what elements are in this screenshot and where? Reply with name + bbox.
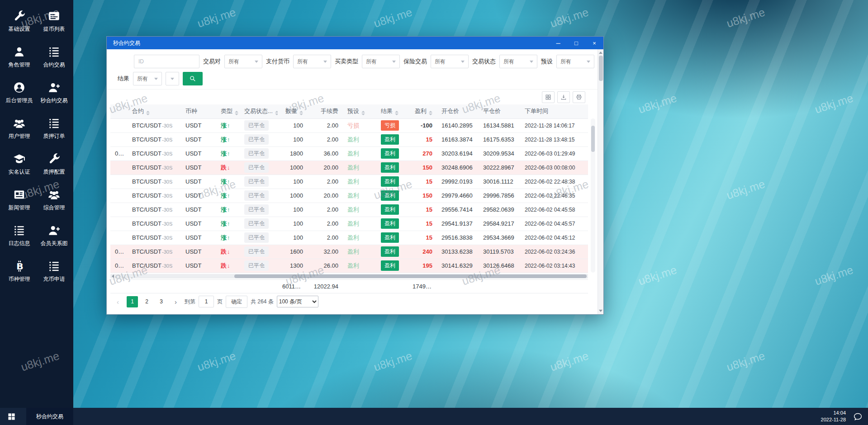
cell-order-time: 2022-11-28 14:06:17 (520, 118, 588, 132)
table-horizontal-scrollbar[interactable] (110, 274, 588, 279)
column-header[interactable]: 结果 (376, 104, 408, 118)
window-title: 秒合约交易 (113, 39, 140, 47)
column-header: 下单时间 (520, 104, 588, 118)
column-header[interactable]: 预设 (343, 104, 376, 118)
sort-icon[interactable] (429, 111, 432, 115)
prev-page-button[interactable]: ‹ (112, 296, 123, 307)
per-page-select[interactable]: 100 条/页 (277, 296, 318, 307)
scrollbar-thumb[interactable] (599, 56, 603, 81)
taskbar-app[interactable]: 秒合约交易 (26, 408, 73, 425)
expand-filters-button[interactable] (166, 72, 179, 85)
close-button[interactable]: × (585, 37, 603, 49)
desktop-shortcut[interactable]: 综合管理 (37, 182, 71, 218)
table-row[interactable]: BTC/USDT-30SUSDT涨↑已平仓100020.00盈利盈利150299… (110, 189, 588, 203)
sort-icon[interactable] (361, 111, 365, 115)
cell-id (110, 161, 128, 175)
cell-type: 涨↑ (216, 203, 240, 217)
cell-result: 盈利 (376, 203, 408, 217)
table-row[interactable]: BTC/USDT-30SUSDT跌↓已平仓100020.00盈利盈利150302… (110, 161, 588, 175)
print-button[interactable] (573, 91, 585, 103)
chat-button[interactable] (853, 412, 863, 421)
column-header[interactable]: 数量 (278, 104, 308, 118)
result-select[interactable]: 所有 (133, 72, 162, 85)
desktop-shortcut[interactable]: 实名认证 (2, 146, 37, 182)
cell-result: 盈利 (376, 259, 408, 273)
table-row[interactable]: BTC/USDT-30SUSDT涨↑已平仓1002.00盈利盈利1529516.… (110, 231, 588, 245)
maximize-button[interactable]: □ (567, 37, 585, 49)
desktop-shortcut[interactable]: 新闻管理 (2, 182, 37, 218)
cell-close-price: 16175.6353 (479, 132, 520, 146)
cell-preset: 盈利 (343, 217, 376, 231)
scroll-left-arrow[interactable] (112, 274, 114, 278)
table-vertical-scrollbar[interactable] (591, 118, 595, 273)
table-row[interactable]: BTC/USDT-30SUSDT涨↑已平仓1002.00盈利盈利1529556.… (110, 203, 588, 217)
scrollbar-thumb[interactable] (591, 126, 595, 152)
desktop-shortcut[interactable]: 质押配置 (37, 146, 71, 182)
table-row[interactable]: BTC/USDT-30SUSDT涨↑已平仓1002.00盈利盈利1529541.… (110, 217, 588, 231)
next-page-button[interactable]: › (170, 296, 181, 307)
cell-order-time: 2022-06-02 04:45:57 (520, 217, 588, 231)
sort-icon[interactable] (275, 111, 278, 115)
start-button[interactable] (0, 408, 23, 425)
column-header[interactable]: 交易状态... (240, 104, 278, 118)
sort-icon[interactable] (299, 111, 303, 115)
filter-select[interactable]: 所有 (293, 55, 331, 68)
table-row[interactable]: 0...BTC/USDT-30SUSDT涨↑已平仓180036.00盈利盈利27… (110, 146, 588, 161)
filter-columns-button[interactable] (542, 91, 555, 103)
id-input[interactable] (134, 55, 199, 68)
desktop-shortcut[interactable]: 角色管理 (2, 39, 37, 75)
table-row[interactable]: BTC/USDT-30SUSDT涨↑已平仓1002.00亏损亏损-1001614… (110, 118, 588, 132)
filter-select[interactable]: 所有 (431, 55, 469, 68)
desktop-shortcut[interactable]: 用户管理 (2, 111, 37, 146)
column-header[interactable]: 盈利 (408, 104, 437, 118)
confirm-button[interactable]: 确定 (226, 296, 247, 308)
table-row[interactable]: BTC/USDT-30SUSDT涨↑已平仓1002.00盈利盈利1529992.… (110, 175, 588, 189)
table-row[interactable]: 0...BTC/USDT-30SUSDT跌↓已平仓130026.00盈利盈利19… (110, 259, 588, 273)
minimize-button[interactable]: ─ (549, 37, 567, 49)
wrench-icon (13, 10, 25, 22)
sort-icon[interactable] (395, 111, 398, 115)
filter-select[interactable]: 所有 (556, 55, 594, 68)
desktop-shortcut[interactable]: 币种管理 (2, 254, 37, 289)
page-button[interactable]: 2 (141, 296, 152, 307)
sort-icon[interactable] (146, 111, 150, 115)
column-header[interactable]: 合约 (128, 104, 181, 118)
cell-preset: 亏损 (343, 118, 376, 132)
table-row[interactable]: BTC/USDT-30SUSDT涨↑已平仓1002.00盈利盈利1516163.… (110, 132, 588, 146)
list-icon (48, 117, 60, 129)
page-button[interactable]: 1 (127, 296, 138, 307)
scroll-up-arrow[interactable] (598, 50, 603, 55)
window-titlebar[interactable]: 秒合约交易 ─ □ × (107, 37, 603, 49)
cell-contract: BTC/USDT-30S (128, 175, 181, 189)
column-header[interactable]: 类型 (216, 104, 240, 118)
cell-profit: 15 (408, 217, 437, 231)
filter-select[interactable]: 所有 (499, 55, 537, 68)
desktop-shortcut[interactable]: 会员关系图 (37, 218, 71, 254)
shortcut-label: 实名认证 (9, 168, 30, 176)
desktop-shortcut[interactable]: 基础设置 (2, 4, 37, 39)
desktop-shortcut[interactable]: 充币申请 (37, 254, 71, 289)
desktop-shortcut[interactable]: 秒合约交易 (37, 75, 71, 111)
page-button[interactable]: 3 (156, 296, 167, 307)
scrollbar-thumb[interactable] (234, 274, 587, 278)
window-scrollbar[interactable] (598, 49, 603, 314)
filter-select[interactable]: 所有 (362, 55, 400, 68)
table-row[interactable]: 0...BTC/USDT-30SUSDT跌↓已平仓160032.00盈利盈利24… (110, 245, 588, 259)
sort-icon[interactable] (235, 111, 238, 115)
cell-status: 已平仓 (240, 189, 278, 203)
desktop-shortcut[interactable]: 质押订单 (37, 111, 71, 146)
taskbar-clock[interactable]: 14:04 2022-11-28 (821, 410, 846, 424)
scroll-down-arrow[interactable] (598, 308, 603, 313)
cell-coin: USDT (181, 118, 216, 132)
cell-close-price: 29534.3669 (479, 231, 520, 245)
cell-close-price: 29582.0639 (479, 203, 520, 217)
desktop-shortcut[interactable]: 合约交易 (37, 39, 71, 75)
goto-page-input[interactable] (199, 296, 214, 307)
cell-status: 已平仓 (240, 259, 278, 273)
search-button[interactable] (183, 72, 203, 85)
filter-select[interactable]: 所有 (224, 55, 262, 68)
export-button[interactable] (557, 91, 570, 103)
desktop-shortcut[interactable]: 日志信息 (2, 218, 37, 254)
desktop-shortcut[interactable]: 后台管理员 (2, 75, 37, 111)
desktop-shortcut[interactable]: 提币列表 (37, 4, 71, 39)
